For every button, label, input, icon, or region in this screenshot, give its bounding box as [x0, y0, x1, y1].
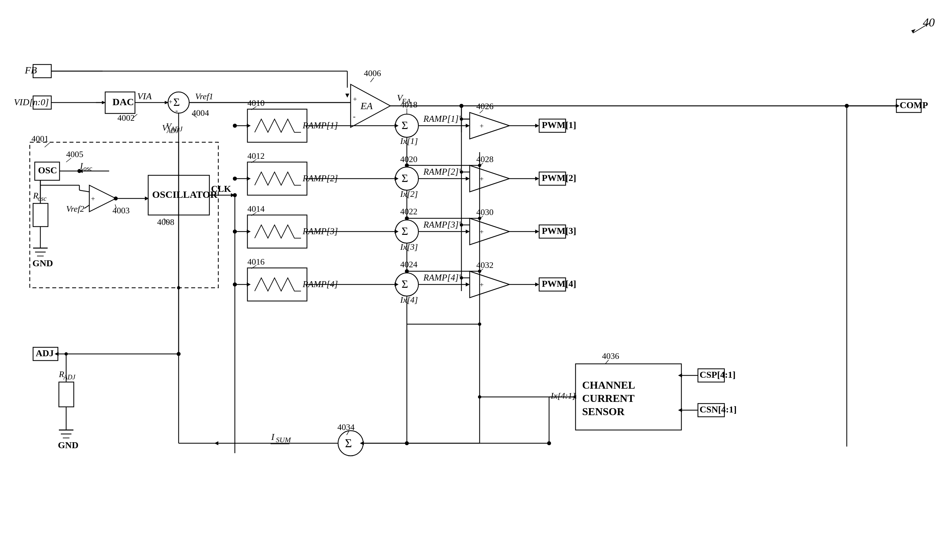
svg-point-201 — [233, 124, 237, 128]
svg-point-191 — [478, 164, 481, 167]
ix1-label: Ix[1] — [400, 136, 418, 146]
ref-4014: 4014 — [248, 204, 265, 214]
comp-label: COMP — [900, 100, 928, 110]
ref-4036: 4036 — [602, 351, 619, 361]
ramp1p-label: RAMP[1]' — [423, 114, 461, 124]
comp-plus: + — [91, 194, 95, 203]
svg-point-132 — [460, 223, 463, 226]
vref1-label: Vref1 — [195, 92, 213, 101]
iosc-label: I — [80, 161, 83, 171]
circuit-diagram: 40 FB VID[n:0] DAC VIA Σ - + 4002 V ADJ … — [0, 0, 946, 560]
ix2-label: Ix[2] — [400, 189, 418, 199]
svg-point-180 — [65, 352, 68, 355]
ref-4010: 4010 — [248, 98, 265, 108]
comp2-plus: + — [480, 175, 484, 183]
osc-label: OSC — [38, 165, 57, 175]
ref-4018: 4018 — [400, 100, 417, 109]
ix4-label: Ix[4] — [400, 295, 418, 305]
ref-4022: 4022 — [400, 207, 417, 216]
ref-4016: 4016 — [248, 257, 265, 266]
ref-4020: 4020 — [400, 154, 417, 164]
svg-rect-0 — [0, 0, 946, 560]
vref2-label: Vref2 — [66, 204, 85, 214]
oscillator-label: OSCILLATOR — [152, 189, 218, 200]
svg-point-193 — [478, 269, 481, 273]
ref-4012: 4012 — [248, 151, 265, 161]
ref-4006: 4006 — [364, 68, 381, 78]
svg-point-194 — [478, 323, 481, 326]
via-label: VIA — [137, 91, 152, 101]
ref-4034: 4034 — [337, 422, 355, 432]
ref-4008: 4008 — [157, 217, 174, 227]
pwm2-label: PWM[2] — [542, 173, 576, 183]
sigma1-plus: + — [169, 98, 172, 106]
gnd2-label: GND — [58, 440, 78, 450]
svg-point-130 — [460, 117, 463, 121]
ref-4003: 4003 — [112, 206, 130, 215]
isum-label: I — [271, 432, 275, 442]
radj-sub: ADJ — [63, 374, 76, 381]
svg-point-47 — [233, 193, 237, 197]
svg-point-202 — [233, 177, 237, 181]
svg-point-210 — [114, 197, 117, 200]
ix41-label: Ix[4:1] — [551, 391, 575, 401]
dac-label: DAC — [112, 96, 134, 107]
adj-label: ADJ — [36, 348, 54, 358]
svg-point-204 — [233, 283, 237, 286]
rosc-sub: osc — [38, 195, 47, 202]
vid-label: VID[n:0] — [14, 97, 49, 107]
pwm1-label: PWM[1] — [542, 120, 576, 130]
ref-4002: 4002 — [117, 113, 135, 123]
sigma-ramp3-symbol: Σ — [401, 225, 408, 237]
svg-point-211 — [78, 169, 81, 173]
clk-label: CLK — [211, 183, 231, 194]
ref-4030: 4030 — [476, 208, 494, 217]
ccs-label-line3: SENSOR — [582, 406, 625, 417]
ea-label: EA — [360, 100, 373, 111]
ccs-label-line2: CURRENT — [582, 392, 634, 404]
vadj-adj: ADJ — [170, 125, 183, 132]
sigma-ramp4-symbol: Σ — [401, 278, 408, 290]
svg-point-133 — [460, 276, 463, 280]
svg-point-203 — [233, 229, 237, 234]
isum-sub: SUM — [276, 435, 291, 444]
ramp2p-label: RAMP[2]' — [423, 167, 461, 177]
ref-4032: 4032 — [476, 260, 494, 270]
ix3-label: Ix[3] — [400, 242, 418, 252]
gnd1-label: GND — [32, 258, 53, 268]
sigma1-minus: - — [175, 106, 178, 115]
isum-sigma-symbol: Σ — [345, 437, 352, 450]
svg-point-131 — [460, 170, 463, 174]
ref-4001: 4001 — [31, 134, 49, 143]
figure-number: 40 — [923, 16, 935, 29]
comp4-plus: + — [480, 280, 484, 289]
ref-4028: 4028 — [476, 154, 494, 164]
ccs-label-line1: CHANNEL — [582, 379, 635, 391]
sigma-ramp2-symbol: Σ — [401, 172, 408, 184]
pwm3-label: PWM[3] — [542, 226, 576, 236]
ramp3p-label: RAMP[3]' — [423, 220, 461, 229]
ref-4004: 4004 — [192, 108, 209, 118]
ref-4026: 4026 — [476, 102, 494, 111]
ramp4p-label: RAMP[4]' — [423, 272, 461, 283]
ref-4005: 4005 — [66, 149, 83, 159]
sigma-ramp1-symbol: Σ — [401, 119, 408, 131]
ea-plus: + — [353, 95, 357, 103]
csp-label: CSP[4:1] — [700, 369, 735, 380]
fb-label: FB — [25, 65, 37, 75]
svg-point-161 — [547, 441, 551, 445]
comp1-plus: + — [480, 122, 484, 130]
svg-point-192 — [478, 217, 481, 220]
ref-4024: 4024 — [400, 260, 417, 269]
comp3-plus: + — [480, 228, 484, 236]
ea-minus: - — [353, 112, 355, 121]
pwm4-label: PWM[4] — [542, 278, 576, 289]
csn-label: CSN[4:1] — [700, 404, 737, 414]
